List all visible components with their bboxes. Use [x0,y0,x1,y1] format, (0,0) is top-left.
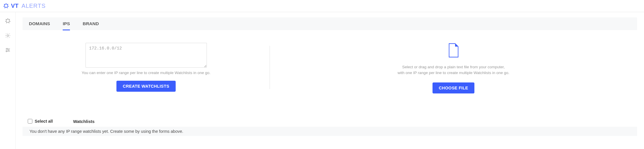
tab-label: DOMAINS [29,21,50,26]
tab-brand[interactable]: BRAND [76,17,105,30]
tab-label: IPS [63,21,70,26]
tab-label: BRAND [83,21,99,26]
file-hint: Select or drag and drop a plain text fil… [398,64,509,76]
select-all-checkbox[interactable] [28,119,32,124]
brand-light: ALERTS [22,3,46,9]
watchlists-column-header: Watchlists [73,119,94,124]
watchlists-header: Select all Watchlists [23,119,637,124]
maple-icon [3,3,9,9]
file-icon [448,43,460,59]
ip-range-input[interactable] [86,43,207,68]
sliders-icon[interactable] [5,47,11,53]
svg-point-5 [8,49,9,50]
select-all-label: Select all [35,119,53,124]
app-header: VT ALERTS [0,0,644,12]
ip-hint: You can enter one IP range per line to c… [81,71,210,75]
select-all[interactable]: Select all [28,119,53,124]
tab-ips[interactable]: IPS [56,17,76,30]
svg-point-0 [7,35,9,36]
svg-point-4 [6,48,7,49]
sidebar [0,12,16,149]
choose-file-button[interactable]: CHOOSE FILE [433,82,475,93]
tabs-bar: DOMAINS IPS BRAND [23,17,637,30]
main-content: DOMAINS IPS BRAND You can enter one IP r… [16,12,644,149]
empty-state: You don't have any IP range watchlists y… [23,127,637,136]
gear-icon[interactable] [5,32,11,39]
brand-bold: VT [11,3,19,9]
forms-row: You can enter one IP range per line to c… [23,43,637,93]
svg-point-6 [6,51,7,52]
file-hint-line1: Select or drag and drop a plain text fil… [402,65,505,69]
logo[interactable]: VT ALERTS [3,3,46,9]
maple-icon[interactable] [5,18,11,24]
file-hint-line2: with one IP range per line to create mul… [398,71,509,75]
create-watchlists-button[interactable]: CREATE WATCHLISTS [116,81,176,92]
ip-entry-form: You can enter one IP range per line to c… [23,43,270,92]
tab-domains[interactable]: DOMAINS [23,17,56,30]
file-upload-form[interactable]: Select or drag and drop a plain text fil… [270,43,637,93]
